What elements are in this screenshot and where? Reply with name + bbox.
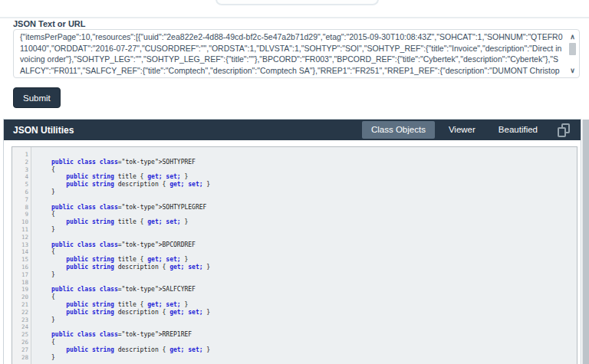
tab-beautified[interactable]: Beautified: [489, 121, 547, 139]
code-line: }: [51, 354, 577, 362]
code-line: }: [51, 271, 577, 279]
json-input[interactable]: {"itemsPerPage":10,"resources":[{"uuid":…: [13, 29, 580, 78]
code-line: public string description { get; set; }: [51, 264, 577, 271]
code-line: }: [51, 226, 577, 234]
code-line: [51, 196, 577, 204]
page-scrollbar[interactable]: [582, 120, 589, 364]
submit-button[interactable]: Submit: [13, 87, 61, 108]
code-line: public class class="tok-type">BPCORDREF: [51, 241, 577, 249]
code-line: {: [51, 211, 577, 218]
code-line: public string description { get; set; }: [51, 309, 577, 316]
tabs: Class ObjectsViewerBeautified: [357, 120, 547, 140]
line-number-gutter: 1234567891011121314151617181920212223242…: [12, 147, 31, 364]
scrollbar-thumb[interactable]: [569, 43, 576, 55]
code-line: public string title { get; set; }: [51, 301, 577, 309]
code-line: [51, 279, 577, 287]
code-line: {: [51, 248, 577, 256]
code-editor[interactable]: 1234567891011121314151617181920212223242…: [12, 146, 577, 364]
code-line: {: [51, 339, 577, 346]
scroll-up-icon[interactable]: ∧: [567, 32, 578, 41]
code-line: }: [51, 316, 577, 324]
code-line: public string title { get; set; }: [51, 173, 577, 181]
code-line: [51, 234, 577, 241]
code-line: public string title { get; set; }: [51, 256, 577, 264]
code-line: {: [51, 293, 577, 301]
textarea-scrollbar[interactable]: ∧ ∨: [567, 31, 578, 77]
section-divider: [0, 17, 589, 18]
json-input-label: JSON Text or URL: [13, 19, 86, 28]
tab-viewer[interactable]: Viewer: [439, 121, 485, 139]
code-line: }: [51, 189, 577, 196]
top-partial-element: [216, 0, 379, 5]
panel-header: JSON Utilities Class ObjectsViewerBeauti…: [4, 120, 581, 140]
code-line: public string description { get; set; }: [51, 346, 577, 354]
scroll-down-icon[interactable]: ∨: [567, 66, 578, 75]
panel-title: JSON Utilities: [13, 125, 74, 136]
json-utilities-panel: JSON Utilities Class ObjectsViewerBeauti…: [3, 119, 581, 364]
code-line: [51, 323, 577, 331]
code-line: public class class="tok-type">SOHTYPLEGR…: [51, 204, 577, 212]
code-line: public class class="tok-type">SOHTYPREF: [51, 159, 577, 166]
copy-icon[interactable]: [558, 123, 570, 137]
code-line: public string description { get; set; }: [51, 181, 577, 189]
code-line: public string title { get; set; }: [51, 218, 577, 226]
code-line: [51, 151, 577, 159]
code-line: public class class="tok-type">RREP1REF: [51, 331, 577, 339]
code-line: {: [51, 166, 577, 174]
code-line: public class class="tok-type">SALFCYREF: [51, 286, 577, 293]
tab-class-objects[interactable]: Class Objects: [362, 121, 435, 139]
json-input-value[interactable]: {"itemsPerPage":10,"resources":[{"uuid":…: [14, 30, 567, 77]
code-content: public class class="tok-type">SOHTYPREF{…: [31, 147, 577, 364]
